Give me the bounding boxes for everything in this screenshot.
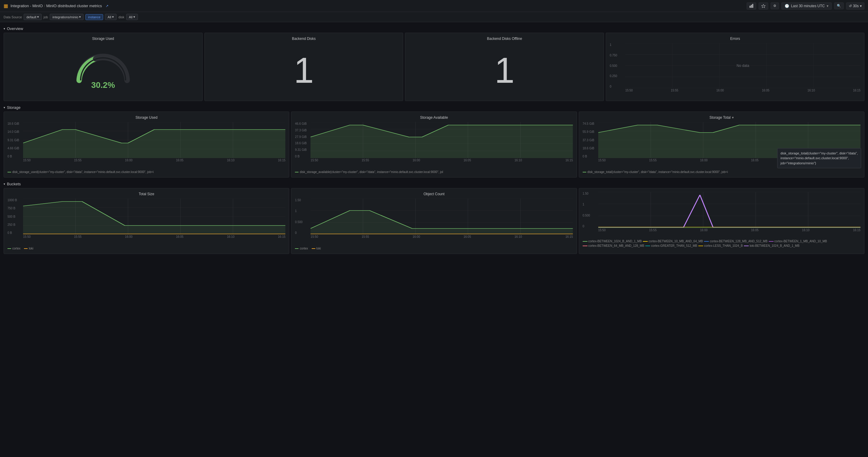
errors-title: Errors <box>610 37 861 41</box>
errors-y-labels: 1 0.750 0.500 0.250 0 <box>610 43 625 88</box>
legend-item-4: cortex-BETWEEN_1_MB_AND_10_MB <box>769 240 827 243</box>
sa-chart-svg <box>311 122 573 158</box>
bm-y-labels: 1.50 1 0.500 0 <box>583 192 598 228</box>
su-legend: disk_storage_used{cluster="my-cluster", … <box>7 170 285 174</box>
storage-used-chart-panel: Storage Used 18.6 GiB 14.0 GiB 9.31 GiB … <box>4 112 289 178</box>
buckets-grid: Total Size 1000 B 750 B 500 B 250 B 0 B <box>4 188 864 254</box>
ts-loki-dot <box>24 248 28 249</box>
svg-marker-33 <box>311 125 573 158</box>
storage-total-tooltip: disk_storage_total{cluster="my-cluster",… <box>777 148 861 169</box>
ts-x-labels: 15:50 15:55 16:00 16:05 16:10 16:15 <box>23 235 285 238</box>
filter-bar: Data Source default ▾ job integrations/m… <box>0 12 868 22</box>
backend-disks-panel: Backend Disks 1 <box>205 33 403 101</box>
refresh-button[interactable]: ↺ 30s ▾ <box>846 2 864 9</box>
ts-chart-svg <box>23 199 285 235</box>
overview-chevron-icon: ▾ <box>4 27 5 30</box>
bm-chart-area <box>598 192 861 228</box>
buckets-third-panel: 1.50 1 0.500 0 <box>579 188 864 254</box>
legend-label-1: cortex-BETWEEN_1024_B_AND_1_MB <box>588 240 642 243</box>
object-count-chart: 1.50 1 0.500 0 <box>295 199 573 245</box>
datasource-label: Data Source <box>4 15 22 19</box>
svg-marker-53 <box>23 202 285 235</box>
refresh-interval: 30s <box>853 4 859 8</box>
storage-total-title: Storage Total ▾ <box>583 116 861 120</box>
storage-used-chart-title: Storage Used <box>7 116 285 120</box>
bm-x-labels: 15:50 15:55 16:00 16:05 16:10 16:15 <box>598 228 861 232</box>
ts-loki-label: loki <box>29 247 33 250</box>
overview-grid: Storage Used 30.2% Backend Disks 1 <box>4 33 864 101</box>
su-chart-area <box>23 122 285 158</box>
legend-label-8: loki-BETWEEN_1024_B_AND_1_MB <box>750 244 799 247</box>
top-nav: ▦ Integration - MinIO / MinIO distribute… <box>0 0 868 12</box>
overview-title: Overview <box>7 26 23 31</box>
legend-label-5: cortex-BETWEEN_64_MB_AND_128_MB <box>588 244 644 247</box>
storage-total-panel: Storage Total ▾ 74.5 GiB 55.9 GiB 37.3 G… <box>579 112 864 178</box>
disk-filter[interactable]: All ▾ <box>126 14 138 20</box>
svg-rect-0 <box>750 6 750 8</box>
legend-label-7: cortex-LESS_THAN_1024_B <box>704 244 743 247</box>
legend-label-3: cortex-BETWEEN_128_MB_AND_512_MB <box>710 240 767 243</box>
errors-chart-area: No data <box>625 43 861 88</box>
errors-panel: Errors 1 0.750 0.500 0.250 0 <box>606 33 864 101</box>
backend-disks-value: 1 <box>208 43 400 97</box>
storage-available-panel: Storage Available 46.6 GiB 37.3 GiB 27.9… <box>291 112 577 178</box>
storage-used-chart: 18.6 GiB 14.0 GiB 9.31 GiB 4.66 GiB 0 B <box>7 122 285 169</box>
object-count-title: Object Count <box>295 192 573 196</box>
sa-y-labels: 46.6 GiB 37.3 GiB 27.9 GiB 18.6 GiB 9.31… <box>295 122 310 158</box>
legend-item-6: cortex-GREATER_THAN_512_MB <box>645 244 697 247</box>
overview-section-header[interactable]: ▾ Overview <box>4 25 864 33</box>
st-y-labels: 74.5 GiB 55.9 GiB 37.3 GiB 18.6 GiB 0 B <box>583 122 598 158</box>
gauge-value: 30.2% <box>91 80 115 90</box>
legend-label-2: cortex-BETWEEN_10_MB_AND_64_MB <box>649 240 703 243</box>
time-range-picker[interactable]: 🕐 Last 30 minutes UTC ▾ <box>781 2 832 9</box>
legend-line-7 <box>699 246 703 246</box>
breadcrumb-dashboard: MinIO distributed cluster metrics <box>46 4 102 8</box>
instance-label: instance <box>86 14 103 20</box>
zoom-out-button[interactable]: 🔍 <box>834 2 844 9</box>
bm-chart-svg <box>598 192 861 228</box>
share-icon[interactable]: ↗ <box>105 4 108 8</box>
svg-rect-2 <box>752 4 753 8</box>
app-logo-icon: ▦ <box>4 3 8 9</box>
oc-chart-svg <box>311 199 573 235</box>
breadcrumb-integration: Integration - MinIO <box>10 4 43 8</box>
legend-line-2 <box>643 241 648 242</box>
job-filter[interactable]: integrations/minio ▾ <box>50 14 84 20</box>
storage-chevron-icon: ▾ <box>4 106 5 109</box>
errors-no-data: No data <box>737 64 749 68</box>
time-range-label: Last 30 minutes UTC <box>791 4 825 8</box>
svg-marker-3 <box>761 4 765 8</box>
errors-x-labels: 15:50 15:55 16:00 16:05 16:10 16:15 <box>625 89 861 92</box>
oc-cortex-dot <box>295 248 299 249</box>
svg-marker-22 <box>23 129 285 158</box>
legend-line-4 <box>769 241 774 242</box>
storage-available-title: Storage Available <box>295 116 573 120</box>
disk-value: All <box>129 15 132 19</box>
st-legend: disk_storage_total{cluster="my-cluster",… <box>583 170 861 174</box>
datasource-filter[interactable]: default ▾ <box>24 14 42 20</box>
bar-chart-button[interactable] <box>747 2 756 9</box>
su-legend-dot <box>7 172 11 173</box>
backend-disks-title: Backend Disks <box>208 37 400 41</box>
oc-loki-dot <box>312 248 315 249</box>
legend-line-8 <box>744 246 749 246</box>
backend-disks-offline-title: Backend Disks Offline <box>409 37 600 41</box>
sa-x-labels: 15:50 15:55 16:00 16:05 16:10 16:15 <box>311 159 573 162</box>
svg-rect-1 <box>751 5 752 8</box>
bm-multi-legend: cortex-BETWEEN_1024_B_AND_1_MB cortex-BE… <box>583 240 861 247</box>
oc-legend: cortex loki <box>295 247 573 250</box>
legend-item-1: cortex-BETWEEN_1024_B_AND_1_MB <box>583 240 642 243</box>
legend-item-3: cortex-BETWEEN_128_MB_AND_512_MB <box>704 240 767 243</box>
oc-chart-area <box>311 199 573 235</box>
storage-title: Storage <box>7 105 21 110</box>
sa-chart-area <box>311 122 573 158</box>
settings-button[interactable]: ⚙ <box>771 2 779 9</box>
instance-filter[interactable]: All ▾ <box>105 14 117 20</box>
tooltip-text: disk_storage_total{cluster="my-cluster",… <box>780 151 858 165</box>
storage-section-header[interactable]: ▾ Storage <box>4 103 864 112</box>
oc-y-labels: 1.50 1 0.500 0 <box>295 199 310 235</box>
storage-grid: Storage Used 18.6 GiB 14.0 GiB 9.31 GiB … <box>4 112 864 178</box>
buckets-section-header[interactable]: ▾ Buckets <box>4 180 864 188</box>
legend-item-7: cortex-LESS_THAN_1024_B <box>699 244 743 247</box>
star-button[interactable] <box>758 2 768 9</box>
